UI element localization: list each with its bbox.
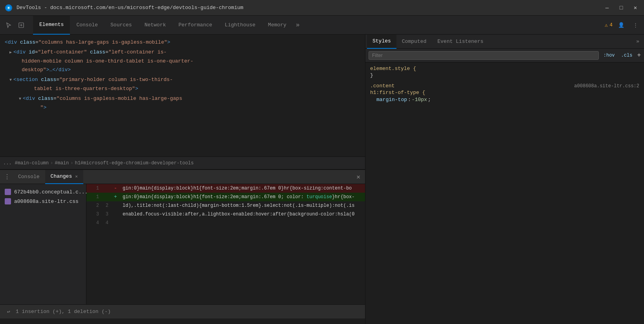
style-rule-selector: element.style { [370,66,639,72]
tab-memory[interactable]: Memory [262,16,293,35]
cursor-tool-icon[interactable] [3,20,14,31]
tree-line: ▼<section class="primary-holder column i… [0,75,365,85]
filter-cls-button[interactable]: .cls [620,52,634,59]
svg-point-2 [8,7,9,9]
breadcrumb-item-main[interactable]: #main [55,160,69,166]
tabs-right-actions: ⚠️ 4 👤 ⋮ [605,20,641,31]
tool-icons [3,20,27,31]
style-prop: margin-top : -10px ; [370,96,639,103]
diff-marker-context [112,201,119,210]
styles-tab-styles[interactable]: Styles [367,35,396,49]
file-list: 672b4bb0.conceptual.c... a008608a.site-l… [0,184,86,304]
diff-line-context: 2 2 ld),.title:not(:last-child){margin-b… [86,201,365,210]
drawer-tabs: ⋮ Console Changes ✕ ✕ [0,170,365,184]
add-style-rule-icon[interactable]: + [637,52,641,59]
more-options-icon[interactable]: ⋮ [630,20,641,31]
filter-input[interactable] [369,51,599,60]
file-item[interactable]: 672b4bb0.conceptual.c... [0,187,86,197]
drawer-content: 672b4bb0.conceptual.c... a008608a.site-l… [0,184,365,304]
diff-content-context: ld),.title:not(:last-child){margin-botto… [119,201,365,210]
diff-marker-del: - [112,184,119,193]
style-selector: .content [370,83,394,89]
breadcrumb: ... #main-column › #main › h1#microsoft-… [0,156,365,169]
tree-line: ▼<div class="columns is-gapless-mobile h… [0,94,365,104]
filter-hov-button[interactable]: :hov [602,52,616,59]
drawer: ⋮ Console Changes ✕ ✕ 672b4bb0.conceptua… [0,169,365,318]
tab-sources[interactable]: Sources [104,16,138,35]
right-panel: Styles Computed Event Listeners » :hov .… [365,35,644,324]
tree-line: ▶<div id="left-container" class="left-co… [0,48,365,57]
tab-console[interactable]: Console [70,16,104,35]
styles-tab-computed[interactable]: Computed [396,35,432,49]
filter-bar: :hov .cls + [365,49,644,63]
more-tabs-icon[interactable]: » [293,22,303,29]
diff-content-context: enabled.focus-visible:after,a.lightbox-e… [119,210,365,219]
file-icon-css [5,198,11,204]
style-rule-element: element.style { } [370,66,639,78]
tree-line: desktop">…</div> [0,66,365,75]
breadcrumb-dots[interactable]: ... [3,160,12,166]
breadcrumb-item-h1[interactable]: h1#microsoft-edge-chromium-developer-too… [75,160,193,166]
tab-performance[interactable]: Performance [172,16,218,35]
styles-tabs: Styles Computed Event Listeners » [365,35,644,49]
style-rule-close: } [370,72,639,78]
tree-line: tablet is-three-quarters-desktop"> [0,85,365,94]
left-panel: <div class="columns has-large-gaps is-ga… [0,35,365,324]
diff-line-deleted: 1 - gin:0}main{display:block}h1{font-siz… [86,184,365,193]
summary-text: 1 insertion (+), 1 deletion (-) [16,309,111,315]
maximize-button[interactable]: □ [617,5,625,11]
minimize-button[interactable]: — [603,5,611,11]
styles-content: element.style { } .content a008608a.site… [365,63,644,324]
warning-icon: ⚠️ [605,22,608,28]
style-sub-selector: h1:first-of-type { [370,90,639,96]
diff-line-added: 1 + gin:0}main{display:block}h1{font-siz… [86,193,365,201]
title-bar: DevTools - docs.microsoft.com/en-us/micr… [0,0,644,16]
style-source-link[interactable]: a008608a.site-ltr.css:2 [574,83,639,89]
diff-line-context: 4 4 [86,219,365,227]
diff-marker-context [112,210,119,219]
diff-content-added: gin:0}main{display:block}h1{font-size:2e… [119,193,365,201]
breadcrumb-item-main-column[interactable]: #main-column [15,160,49,166]
tab-lighthouse[interactable]: Lighthouse [218,16,262,35]
drawer-menu-icon[interactable]: ⋮ [2,173,13,181]
close-button[interactable]: ✕ [631,4,639,11]
top-tabs-bar: Elements Console Sources Network Perform… [0,16,644,35]
diff-content-deleted: gin:0}main{display:block}h1{font-size:2e… [119,184,365,193]
tree-line: hidden-mobile column is-one-third-tablet… [0,57,365,66]
diff-line-context: 3 3 enabled.focus-visible:after,a.lightb… [86,210,365,219]
warning-badge[interactable]: ⚠️ 4 [605,22,613,28]
tree-line: "> [0,104,365,113]
tree-line: <div class="columns has-large-gaps is-ga… [0,38,365,48]
undo-icon[interactable]: ↩ [5,308,13,316]
drawer-tab-changes[interactable]: Changes ✕ [45,170,83,184]
close-drawer-icon[interactable]: ✕ [353,173,363,181]
file-icon-conceptual [5,189,11,195]
tab-elements[interactable]: Elements [33,16,70,35]
style-rule-header: .content a008608a.site-ltr.css:2 [370,83,639,89]
more-styles-tabs-icon[interactable]: » [633,39,642,44]
diff-marker-add: + [112,193,119,201]
app-icon [5,4,13,12]
drawer-tab-console[interactable]: Console [13,170,45,184]
diff-marker-context [112,219,119,227]
style-rule-content: .content a008608a.site-ltr.css:2 h1:firs… [370,83,639,103]
file-item[interactable]: a008608a.site-ltr.css [0,197,86,206]
tab-network[interactable]: Network [138,16,172,35]
summary-bar: ↩ 1 insertion (+), 1 deletion (-) [0,304,365,318]
inspect-tool-icon[interactable] [16,20,27,31]
window-title: DevTools - docs.microsoft.com/en-us/micr… [17,5,599,11]
user-account-icon[interactable]: 👤 [616,20,627,31]
close-tab-changes[interactable]: ✕ [75,174,78,179]
diff-view: 1 - gin:0}main{display:block}h1{font-siz… [86,184,365,304]
main-area: <div class="columns has-large-gaps is-ga… [0,35,644,324]
elements-tree: <div class="columns has-large-gaps is-ga… [0,35,365,156]
window-controls: — □ ✕ [603,4,639,11]
styles-tab-event-listeners[interactable]: Event Listeners [432,35,489,49]
